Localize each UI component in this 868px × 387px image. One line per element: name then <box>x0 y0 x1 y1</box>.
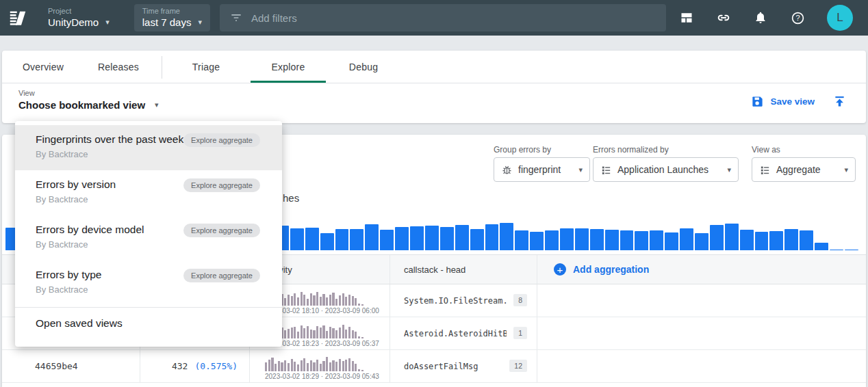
chart-bar[interactable] <box>605 230 619 250</box>
chevron-down-icon: ▾ <box>578 165 583 174</box>
chevron-down-icon: ▾ <box>198 16 202 29</box>
chevron-down-icon: ▾ <box>105 16 110 29</box>
menu-item-author: By Backtrace <box>36 149 260 159</box>
menu-item-fingerprints-past-week[interactable]: Fingerprints over the past week By Backt… <box>15 125 282 170</box>
list-icon <box>759 164 771 176</box>
chart-bar[interactable] <box>530 232 544 250</box>
chart-bar[interactable] <box>365 224 379 250</box>
menu-item-errors-by-version[interactable]: Errors by version By Backtrace Explore a… <box>15 170 282 215</box>
svg-text:?: ? <box>795 14 800 22</box>
header-callstack-head: callstack - head <box>404 265 465 275</box>
filter-icon <box>229 11 243 25</box>
chart-bar[interactable] <box>485 224 499 250</box>
bookmarked-views-menu: Fingerprints over the past week By Backt… <box>15 121 282 347</box>
chart-bar[interactable] <box>560 228 574 250</box>
tab-debug[interactable]: Debug <box>326 51 401 83</box>
chart-bar[interactable] <box>845 250 858 251</box>
chart-bar[interactable] <box>695 233 709 250</box>
chart-bar[interactable] <box>335 229 349 250</box>
save-view-label: Save view <box>770 96 815 107</box>
errors-normalized-by-select[interactable]: Application Launches ▾ <box>593 157 739 182</box>
save-view-button[interactable]: Save view <box>751 95 815 108</box>
chart-bar[interactable] <box>815 243 828 251</box>
chevron-down-icon: ▾ <box>727 165 731 174</box>
chart-bar[interactable] <box>725 224 739 250</box>
callstack-cell: Asteroid.AsteroidHitBy… <box>404 329 507 338</box>
view-as-select[interactable]: Aggregate ▾ <box>752 157 856 182</box>
view-label: View <box>18 89 866 97</box>
backtrace-logo[interactable] <box>0 8 36 28</box>
tab-triage[interactable]: Triage <box>168 51 244 83</box>
project-label: Project <box>48 7 110 16</box>
chart-bar[interactable] <box>545 230 559 250</box>
chart-bar[interactable] <box>305 228 319 250</box>
add-filters-input[interactable]: Add filters <box>220 4 666 31</box>
chart-bar[interactable] <box>665 232 678 250</box>
chart-bar[interactable] <box>755 232 769 250</box>
help-icon[interactable]: ? <box>790 10 805 25</box>
share-link-icon[interactable] <box>716 10 731 25</box>
save-icon <box>751 95 764 108</box>
chart-bar[interactable] <box>395 227 409 250</box>
menu-item-errors-by-device-model[interactable]: Errors by device model By Backtrace Expl… <box>15 215 282 261</box>
chart-bar[interactable] <box>590 229 604 250</box>
chart-bar[interactable] <box>784 229 798 250</box>
group-errors-by-value: fingerprint <box>518 164 573 175</box>
activity-date-range: 2023-03-02 18:29 · 2023-03-09 05:43 <box>265 373 374 380</box>
chart-bar[interactable] <box>500 223 513 250</box>
project-value: UnityDemo <box>48 16 99 29</box>
chart-bar[interactable] <box>575 228 589 250</box>
errors-normalized-by-value: Application Launches <box>617 164 722 175</box>
chart-bar[interactable] <box>290 228 304 250</box>
tab-overview[interactable]: Overview <box>5 51 81 83</box>
callstack-cell: System.IO.FileStream..… <box>404 296 507 306</box>
tab-explore[interactable]: Explore <box>251 51 326 83</box>
callstack-count-badge: 8 <box>513 294 527 306</box>
collapse-to-top-icon[interactable] <box>832 94 847 109</box>
menu-item-errors-by-type[interactable]: Errors by type By Backtrace Explore aggr… <box>15 261 282 306</box>
chart-bar[interactable] <box>620 230 634 250</box>
chevron-down-icon: ▾ <box>844 165 848 174</box>
chart-bar[interactable] <box>470 229 484 250</box>
user-avatar[interactable]: L <box>827 5 853 31</box>
callstack-count-badge: 1 <box>513 327 527 339</box>
chart-bar[interactable] <box>769 231 783 250</box>
dashboard-icon[interactable] <box>679 10 694 25</box>
timeframe-selector[interactable]: Time frame last 7 days ▾ <box>134 4 210 31</box>
group-errors-by-control: Group errors by fingerprint ▾ <box>494 145 590 182</box>
chart-bar[interactable] <box>830 250 843 251</box>
chart-bar[interactable] <box>350 229 363 250</box>
open-saved-views-item[interactable]: Open saved views <box>15 308 282 339</box>
timeframe-value: last 7 days <box>142 16 192 29</box>
explore-aggregate-badge: Explore aggregate <box>183 133 260 147</box>
bookmarked-view-value: Choose bookmarked view <box>18 99 145 111</box>
chart-bar[interactable] <box>710 225 724 250</box>
group-errors-by-label: Group errors by <box>494 145 590 155</box>
errors-cell: 432 <box>172 361 188 371</box>
chart-bar[interactable] <box>635 231 648 250</box>
bookmarked-view-select[interactable]: Choose bookmarked view ▾ <box>18 99 866 111</box>
avatar-letter: L <box>837 11 843 25</box>
chart-bar[interactable] <box>380 230 394 250</box>
table-row[interactable]: 44659be4 432 (0.575%) 2023-03-02 18:29 ·… <box>2 350 866 383</box>
add-aggregation-button[interactable]: + Add aggregation <box>554 263 649 276</box>
tab-releases[interactable]: Releases <box>81 51 156 83</box>
chart-bar[interactable] <box>425 226 439 250</box>
chart-bar[interactable] <box>515 230 528 250</box>
menu-item-author: By Backtrace <box>36 194 260 204</box>
chart-bar[interactable] <box>320 233 334 250</box>
project-selector[interactable]: Project UnityDemo ▾ <box>38 4 119 31</box>
chart-bar[interactable] <box>650 230 663 250</box>
activity-sparkline <box>265 353 374 371</box>
group-errors-by-select[interactable]: fingerprint ▾ <box>494 157 590 182</box>
chart-bar[interactable] <box>800 230 813 250</box>
chart-bar[interactable] <box>740 230 754 250</box>
chart-bar[interactable] <box>680 228 693 250</box>
chart-bar[interactable] <box>455 225 469 250</box>
menu-item-author: By Backtrace <box>36 239 260 250</box>
chart-bar[interactable] <box>440 227 454 250</box>
explore-aggregate-badge: Explore aggregate <box>183 178 260 192</box>
tab-bar: Overview Releases Triage Explore Debug <box>2 51 866 83</box>
chart-bar[interactable] <box>410 226 424 250</box>
notifications-bell-icon[interactable] <box>753 10 768 25</box>
